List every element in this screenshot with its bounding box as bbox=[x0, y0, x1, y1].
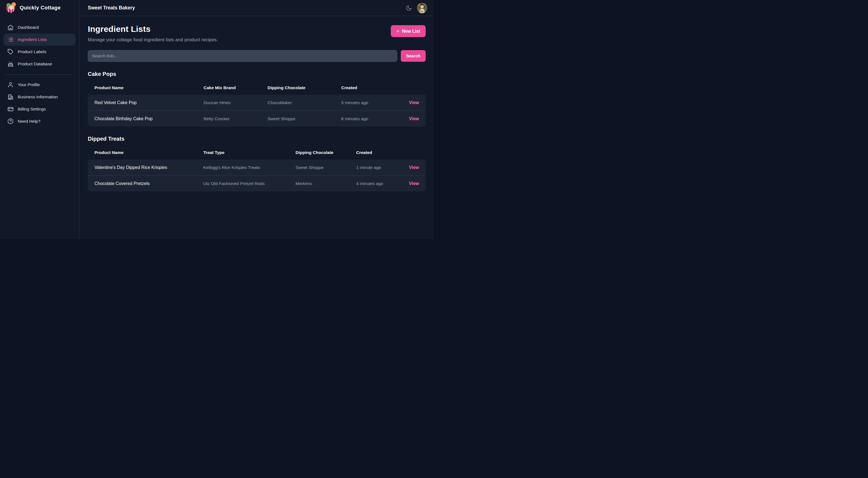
column-header: Created bbox=[341, 85, 402, 90]
search-button[interactable]: Search bbox=[401, 50, 426, 62]
app-name: Quickly Cottage bbox=[20, 5, 61, 11]
cell-product-name: Chocolate Birthday Cake Pop bbox=[94, 116, 204, 121]
cell-product-name: Valentine's Day Dipped Rice Krispies bbox=[94, 165, 203, 170]
cell-dipping-chocolate: Sweet Shoppe bbox=[296, 165, 356, 170]
sidebar-item-label: Product Database bbox=[18, 62, 52, 66]
search-row: Search bbox=[88, 50, 426, 62]
app-window: Quickly Cottage Dashboard Ingredient Lis… bbox=[0, 0, 434, 239]
sidebar-divider bbox=[5, 74, 73, 75]
table-cake-pops: Product Name Cake Mix Brand Dipping Choc… bbox=[88, 81, 426, 127]
sidebar-item-label: Business Information bbox=[18, 94, 58, 99]
view-link[interactable]: View bbox=[409, 100, 419, 105]
new-list-button-label: New List bbox=[402, 29, 420, 34]
page-subtitle: Manage your cottage food ingredient list… bbox=[88, 37, 218, 43]
home-icon bbox=[7, 24, 13, 30]
cell-product-name: Chocolate Covered Pretzels bbox=[94, 181, 203, 186]
page-title: Ingredient Lists bbox=[88, 24, 218, 34]
sidebar-item-label: Ingredient Lists bbox=[18, 37, 47, 42]
search-input[interactable] bbox=[88, 50, 397, 62]
table-header-row: Product Name Treat Type Dipping Chocolat… bbox=[88, 146, 426, 160]
credit-card-icon bbox=[7, 106, 13, 112]
column-header: Treat Type bbox=[203, 150, 296, 155]
help-circle-icon bbox=[7, 118, 13, 124]
cell-dipping-chocolate: Sweet Shoppe bbox=[268, 116, 341, 121]
cell-created: 4 minutes ago bbox=[356, 181, 402, 186]
sidebar-item-need-help[interactable]: Need Help? bbox=[4, 115, 75, 127]
cell-cake-mix-brand: Duncan Hines bbox=[204, 100, 268, 105]
building-icon bbox=[7, 94, 13, 100]
table-row: Chocolate Birthday Cake Pop Betty Crocke… bbox=[88, 110, 426, 127]
cell-created: 5 minutes ago bbox=[341, 100, 402, 105]
tag-icon bbox=[7, 49, 13, 55]
view-link[interactable]: View bbox=[409, 165, 419, 170]
table-header-row: Product Name Cake Mix Brand Dipping Choc… bbox=[88, 81, 426, 95]
cell-dipping-chocolate: Merkens bbox=[296, 181, 356, 186]
cell-cake-mix-brand: Betty Crocker bbox=[204, 116, 268, 121]
topbar: Sweet Treats Bakery bbox=[79, 0, 434, 16]
cell-treat-type: Kellogg's Rice Krispies Treats bbox=[203, 165, 296, 170]
main-column: Sweet Treats Bakery bbox=[79, 0, 434, 239]
sidebar-item-your-profile[interactable]: Your Profile bbox=[4, 78, 75, 91]
sidebar-item-label: Billing Settings bbox=[18, 107, 46, 111]
cake-icon bbox=[7, 61, 13, 67]
sidebar-item-product-database[interactable]: Product Database bbox=[4, 58, 75, 70]
section-title: Cake Pops bbox=[88, 71, 426, 77]
cell-created: 1 minute ago bbox=[356, 165, 402, 170]
view-link[interactable]: View bbox=[409, 181, 419, 186]
sidebar-item-label: Dashboard bbox=[18, 25, 39, 30]
sidebar-item-label: Product Labels bbox=[18, 49, 46, 54]
sidebar-item-product-labels[interactable]: Product Labels bbox=[4, 46, 75, 58]
user-icon bbox=[7, 82, 13, 88]
cake-pops-logo-icon bbox=[5, 2, 17, 13]
table-row: Chocolate Covered Pretzels Utz Old Fashi… bbox=[88, 175, 426, 191]
column-header: Product Name bbox=[94, 150, 203, 155]
sidebar-item-dashboard[interactable]: Dashboard bbox=[4, 21, 75, 33]
section-dipped-treats: Dipped Treats Product Name Treat Type Di… bbox=[88, 136, 426, 191]
column-header: Product Name bbox=[94, 85, 204, 90]
theme-toggle-button[interactable] bbox=[404, 3, 413, 13]
cell-product-name: Red Velvet Cake Pop bbox=[94, 100, 204, 105]
user-avatar[interactable] bbox=[417, 3, 427, 13]
sidebar-nav-secondary: Your Profile Business Information Billin… bbox=[0, 78, 79, 127]
plus-icon: + bbox=[396, 29, 399, 34]
sidebar-item-billing-settings[interactable]: Billing Settings bbox=[4, 103, 75, 115]
sidebar-item-business-information[interactable]: Business Information bbox=[4, 91, 75, 103]
column-header: Dipping Chocolate bbox=[296, 150, 356, 155]
column-header: Created bbox=[356, 150, 402, 155]
table-body: Red Velvet Cake Pop Duncan Hines ChocoMa… bbox=[88, 95, 426, 127]
cell-created: 6 minutes ago bbox=[341, 116, 402, 121]
page-head: Ingredient Lists Manage your cottage foo… bbox=[88, 23, 426, 43]
cell-treat-type: Utz Old Fashioned Pretzel Rods bbox=[203, 181, 296, 186]
content-area[interactable]: Ingredient Lists Manage your cottage foo… bbox=[79, 16, 434, 239]
list-icon bbox=[7, 37, 13, 43]
table-body: Valentine's Day Dipped Rice Krispies Kel… bbox=[88, 160, 426, 191]
table-row: Valentine's Day Dipped Rice Krispies Kel… bbox=[88, 160, 426, 175]
sidebar-item-label: Your Profile bbox=[18, 82, 40, 87]
sidebar-item-label: Need Help? bbox=[18, 119, 40, 124]
cell-dipping-chocolate: ChocoMaker bbox=[268, 100, 341, 105]
table-dipped-treats: Product Name Treat Type Dipping Chocolat… bbox=[88, 146, 426, 191]
sidebar-item-ingredient-lists[interactable]: Ingredient Lists bbox=[4, 33, 75, 46]
section-cake-pops: Cake Pops Product Name Cake Mix Brand Di… bbox=[88, 71, 426, 127]
column-header: Dipping Chocolate bbox=[268, 85, 341, 90]
column-header: Cake Mix Brand bbox=[204, 85, 268, 90]
new-list-button[interactable]: + New List bbox=[391, 25, 426, 37]
moon-icon bbox=[406, 5, 412, 11]
section-title: Dipped Treats bbox=[88, 136, 426, 142]
sidebar: Quickly Cottage Dashboard Ingredient Lis… bbox=[0, 0, 79, 239]
table-row: Red Velvet Cake Pop Duncan Hines ChocoMa… bbox=[88, 95, 426, 110]
business-name: Sweet Treats Bakery bbox=[88, 5, 404, 11]
view-link[interactable]: View bbox=[409, 116, 419, 121]
page-head-text: Ingredient Lists Manage your cottage foo… bbox=[88, 23, 218, 43]
app-logo-row: Quickly Cottage bbox=[0, 0, 79, 14]
sidebar-nav-primary: Dashboard Ingredient Lists Product Label… bbox=[0, 14, 79, 70]
